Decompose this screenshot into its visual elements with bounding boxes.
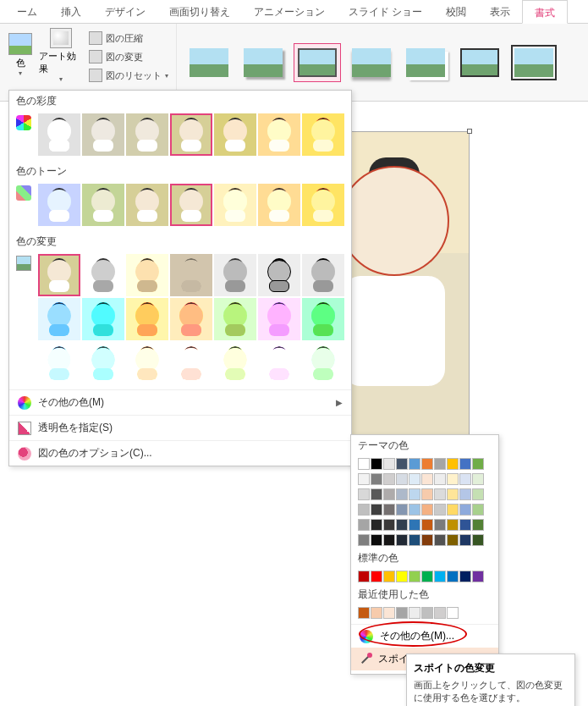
resize-handle[interactable] bbox=[467, 129, 472, 134]
tone-option[interactable] bbox=[258, 184, 300, 226]
color-swatch[interactable] bbox=[421, 534, 433, 546]
color-swatch[interactable] bbox=[421, 571, 433, 582]
more-colors-menu[interactable]: その他の色(M) ▶ bbox=[9, 389, 351, 415]
recolor-option[interactable] bbox=[258, 254, 300, 296]
color-swatch[interactable] bbox=[421, 458, 433, 470]
color-swatch[interactable] bbox=[371, 504, 382, 516]
color-swatch[interactable] bbox=[409, 488, 420, 500]
color-swatch[interactable] bbox=[447, 504, 459, 516]
style-thumb[interactable] bbox=[294, 43, 341, 82]
change-picture-button[interactable]: 図の変更 bbox=[86, 49, 171, 64]
color-swatch[interactable] bbox=[434, 504, 446, 516]
recolor-option[interactable] bbox=[258, 298, 300, 340]
color-swatch[interactable] bbox=[409, 571, 420, 582]
color-swatch[interactable] bbox=[383, 504, 395, 516]
color-swatch[interactable] bbox=[409, 504, 420, 516]
tone-option[interactable] bbox=[82, 184, 124, 226]
recolor-option[interactable] bbox=[302, 298, 344, 340]
color-swatch[interactable] bbox=[358, 519, 370, 531]
color-swatch[interactable] bbox=[371, 458, 382, 470]
color-swatch[interactable] bbox=[358, 607, 370, 619]
recolor-option[interactable] bbox=[214, 254, 256, 296]
color-swatch[interactable] bbox=[396, 607, 408, 619]
saturation-option[interactable] bbox=[82, 113, 124, 156]
recolor-option[interactable] bbox=[258, 342, 300, 384]
color-swatch[interactable] bbox=[434, 571, 446, 582]
recolor-option[interactable] bbox=[38, 298, 80, 340]
color-swatch[interactable] bbox=[383, 607, 395, 619]
color-swatch[interactable] bbox=[472, 571, 484, 582]
color-swatch[interactable] bbox=[421, 504, 433, 516]
tab-transitions[interactable]: 画面切り替え bbox=[157, 0, 242, 23]
color-swatch[interactable] bbox=[472, 473, 484, 485]
color-swatch[interactable] bbox=[447, 458, 459, 470]
style-thumb[interactable] bbox=[185, 43, 233, 82]
color-swatch[interactable] bbox=[472, 519, 484, 531]
color-swatch[interactable] bbox=[396, 534, 408, 546]
color-swatch[interactable] bbox=[447, 519, 459, 531]
picture-color-options-menu[interactable]: 図の色のオプション(C)... bbox=[9, 440, 351, 466]
color-swatch[interactable] bbox=[358, 571, 370, 582]
color-swatch[interactable] bbox=[396, 473, 408, 485]
color-swatch[interactable] bbox=[434, 488, 446, 500]
saturation-option[interactable] bbox=[126, 113, 168, 156]
color-swatch[interactable] bbox=[383, 534, 395, 546]
color-swatch[interactable] bbox=[396, 519, 408, 531]
color-swatch[interactable] bbox=[371, 607, 382, 619]
tone-option[interactable] bbox=[214, 184, 256, 226]
recolor-option[interactable] bbox=[126, 298, 168, 340]
color-swatch[interactable] bbox=[447, 473, 459, 485]
color-swatch[interactable] bbox=[358, 504, 370, 516]
tab-insert[interactable]: 挿入 bbox=[49, 0, 93, 23]
saturation-option[interactable] bbox=[170, 113, 212, 156]
recolor-option[interactable] bbox=[214, 298, 256, 340]
tab-view[interactable]: 表示 bbox=[478, 0, 522, 23]
more-colors-submenu[interactable]: その他の色(M)... bbox=[351, 624, 498, 648]
recolor-option[interactable] bbox=[170, 298, 212, 340]
color-swatch[interactable] bbox=[434, 473, 446, 485]
color-swatch[interactable] bbox=[434, 519, 446, 531]
recolor-option[interactable] bbox=[38, 342, 80, 384]
tab-home[interactable]: ーム bbox=[5, 0, 49, 23]
color-swatch[interactable] bbox=[358, 458, 370, 470]
saturation-option[interactable] bbox=[214, 113, 256, 156]
recolor-option[interactable] bbox=[126, 342, 168, 384]
color-swatch[interactable] bbox=[396, 488, 408, 500]
color-swatch[interactable] bbox=[459, 458, 471, 470]
color-swatch[interactable] bbox=[472, 534, 484, 546]
color-swatch[interactable] bbox=[472, 488, 484, 500]
style-thumb[interactable] bbox=[402, 43, 449, 82]
color-button[interactable]: 色 ▾ bbox=[5, 27, 36, 83]
color-swatch[interactable] bbox=[358, 473, 370, 485]
color-swatch[interactable] bbox=[472, 504, 484, 516]
color-swatch[interactable] bbox=[383, 519, 395, 531]
tab-animations[interactable]: アニメーション bbox=[242, 0, 337, 23]
color-swatch[interactable] bbox=[459, 534, 471, 546]
compress-pictures-button[interactable]: 図の圧縮 bbox=[86, 30, 171, 46]
tab-design[interactable]: デザイン bbox=[93, 0, 157, 23]
color-swatch[interactable] bbox=[434, 458, 446, 470]
recolor-option[interactable] bbox=[38, 254, 80, 296]
color-swatch[interactable] bbox=[358, 488, 370, 500]
color-swatch[interactable] bbox=[409, 607, 420, 619]
color-swatch[interactable] bbox=[421, 473, 433, 485]
tone-option[interactable] bbox=[170, 184, 212, 226]
color-swatch[interactable] bbox=[383, 458, 395, 470]
artistic-effects-button[interactable]: アート効果 ▾ bbox=[39, 27, 83, 83]
color-swatch[interactable] bbox=[383, 571, 395, 582]
color-swatch[interactable] bbox=[459, 504, 471, 516]
color-swatch[interactable] bbox=[383, 473, 395, 485]
saturation-option[interactable] bbox=[258, 113, 300, 156]
recolor-option[interactable] bbox=[170, 342, 212, 384]
recolor-option[interactable] bbox=[126, 254, 168, 296]
tab-slideshow[interactable]: スライド ショー bbox=[337, 0, 434, 23]
color-swatch[interactable] bbox=[434, 534, 446, 546]
color-swatch[interactable] bbox=[421, 519, 433, 531]
set-transparent-menu[interactable]: 透明色を指定(S) bbox=[9, 415, 351, 440]
style-thumb[interactable] bbox=[456, 43, 503, 82]
recolor-option[interactable] bbox=[302, 254, 344, 296]
color-swatch[interactable] bbox=[371, 571, 382, 582]
color-swatch[interactable] bbox=[383, 488, 395, 500]
color-swatch[interactable] bbox=[447, 571, 459, 582]
color-swatch[interactable] bbox=[459, 473, 471, 485]
